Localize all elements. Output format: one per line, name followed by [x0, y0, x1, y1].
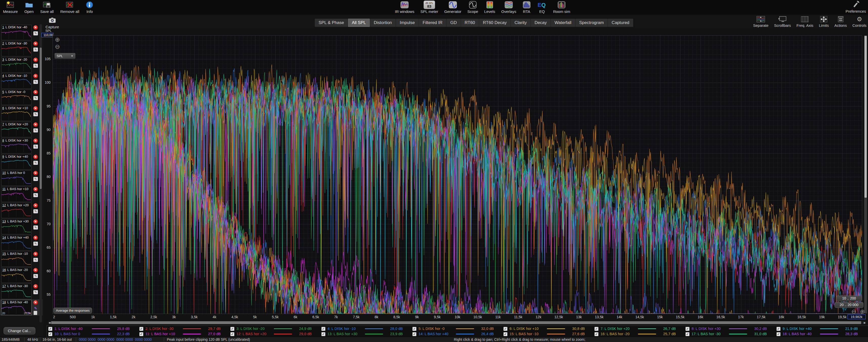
range-10-200-button[interactable]: 10 .. 200 — [836, 296, 862, 301]
separate-button[interactable]: Separate — [753, 16, 769, 28]
delete-measurement-icon[interactable]: ✕ — [33, 171, 38, 176]
horizontal-scrollbar-handle[interactable] — [51, 321, 861, 324]
measurement-item-11[interactable]: 11 L BAS hor +10✕✎ — [0, 186, 42, 202]
ir-windows-button[interactable]: IR windows — [395, 1, 414, 14]
edit-measurement-icon[interactable]: ✎ — [33, 80, 38, 84]
measurement-item-13[interactable]: 13 L BAS hor +30✕✎ — [0, 218, 42, 235]
preferences-button[interactable]: Preferences — [845, 1, 866, 13]
delete-measurement-icon[interactable]: ✕ — [33, 90, 38, 95]
average-responses-button[interactable]: Average the responses — [53, 308, 92, 313]
measurement-item-6[interactable]: 6 L DISK hor +10✕✎ — [0, 105, 42, 121]
tab-spl-phase[interactable]: SPL & Phase — [315, 19, 348, 27]
measurement-item-1[interactable]: 1 L DISK hor -40✕✎ — [0, 24, 42, 40]
tab-distortion[interactable]: Distortion — [370, 19, 396, 27]
legend-checkbox[interactable]: ✓ — [230, 327, 235, 331]
legend-checkbox[interactable]: ✓ — [321, 332, 326, 336]
measurement-item-3[interactable]: 3 L DISK hor -20✕✎ — [0, 57, 42, 73]
horizontal-scrollbar[interactable]: ◀ ▶ — [48, 321, 866, 324]
delete-measurement-icon[interactable]: ✕ — [33, 138, 38, 143]
zoom-out-x-button[interactable]: ⊖ — [851, 309, 856, 315]
measurement-item-7[interactable]: 7 L DISK hor +20✕✎ — [0, 121, 42, 137]
legend-checkbox[interactable]: ✓ — [503, 327, 507, 331]
save-all-button[interactable]: Save all — [40, 1, 54, 14]
measurement-item-16[interactable]: 16 L BAS hor -20✕✎ — [0, 267, 42, 283]
tab-gd[interactable]: GD — [446, 19, 461, 27]
legend-checkbox[interactable]: ✓ — [685, 332, 689, 336]
measurement-item-15[interactable]: 15 L BAS hor -10✕✎ — [0, 251, 42, 267]
spl-meter-button[interactable]: dB SPL 83 SPL meter — [421, 1, 438, 14]
legend-checkbox[interactable]: ✓ — [139, 332, 143, 336]
legend-checkbox[interactable]: ✓ — [776, 332, 780, 336]
edit-measurement-icon[interactable]: ✎ — [33, 274, 38, 278]
vertical-scrollbar[interactable] — [864, 35, 867, 313]
delete-measurement-icon[interactable]: ✕ — [33, 155, 38, 159]
scrollbars-button[interactable]: Scrollbars — [774, 16, 791, 28]
y-axis-quantity-dropdown[interactable]: SPL ▼ — [54, 53, 75, 59]
change-cal-button[interactable]: Change Cal... — [4, 327, 35, 334]
info-button[interactable]: Info — [86, 1, 93, 14]
tab-clarity[interactable]: Clarity — [511, 19, 531, 27]
delete-measurement-icon[interactable]: ✕ — [33, 268, 38, 273]
delete-measurement-icon[interactable]: ✕ — [33, 300, 38, 305]
legend-checkbox[interactable]: ✓ — [321, 327, 326, 331]
measurement-item-5[interactable]: 5 L DISK hor -0✕✎ — [0, 89, 42, 105]
delete-measurement-icon[interactable]: ✕ — [33, 74, 38, 79]
delete-measurement-icon[interactable]: ✕ — [33, 122, 38, 127]
room-sim-button[interactable]: Room sim — [553, 1, 570, 14]
overlays-button[interactable]: Overlays — [501, 1, 516, 14]
zoom-in-y-button[interactable]: ⊕ — [55, 37, 60, 43]
capture-button[interactable]: Capture — [45, 16, 59, 29]
edit-measurement-icon[interactable]: ✎ — [33, 161, 38, 165]
edit-measurement-icon[interactable]: ✎ — [33, 64, 38, 68]
measurement-item-12[interactable]: 12 L BAS hor +20✕✎ — [0, 202, 42, 218]
legend-checkbox[interactable]: ✓ — [412, 332, 416, 336]
generator-button[interactable]: Generator — [444, 1, 461, 14]
tab-impulse[interactable]: Impulse — [396, 19, 419, 27]
delete-measurement-icon[interactable]: ✕ — [33, 284, 38, 289]
edit-measurement-icon[interactable]: ✎ — [33, 209, 38, 213]
zoom-out-y-button[interactable]: ⊖ — [55, 44, 60, 50]
delete-measurement-icon[interactable]: ✕ — [33, 236, 38, 240]
freq-axis-button[interactable]: Freq. Axis — [797, 16, 813, 28]
limits-button[interactable]: Limits — [819, 16, 829, 28]
rta-button[interactable]: RTA — [522, 1, 531, 14]
vertical-scrollbar-handle[interactable] — [864, 36, 867, 198]
measurement-item-14[interactable]: 14 L BAS hor +40✕✎ — [0, 235, 42, 251]
edit-measurement-icon[interactable]: ✎ — [33, 31, 38, 35]
controls-button[interactable]: ⚙ Controls — [852, 16, 866, 28]
edit-measurement-icon[interactable]: ✎ — [33, 177, 38, 181]
tab-rt60-decay[interactable]: RT60 Decay — [479, 19, 511, 27]
delete-measurement-icon[interactable]: ✕ — [33, 58, 38, 62]
remove-all-button[interactable]: Remove all — [60, 1, 79, 14]
scroll-left-arrow-icon[interactable]: ◀ — [49, 321, 51, 324]
measurement-item-2[interactable]: 2 L DISK hor -30✕✎ — [0, 40, 42, 57]
delete-measurement-icon[interactable]: ✕ — [33, 219, 38, 224]
notes-icon[interactable] — [34, 311, 37, 315]
edit-measurement-icon[interactable]: ✎ — [33, 225, 38, 229]
edit-measurement-icon[interactable]: ✎ — [33, 306, 38, 310]
measure-button[interactable]: Measure — [3, 1, 18, 14]
tab-spectrogram[interactable]: Spectrogram — [576, 19, 608, 27]
legend-checkbox[interactable]: ✓ — [139, 327, 143, 331]
measurement-item-18[interactable]: 18 L BAS hor -402020,0k✕✎ — [0, 299, 42, 315]
delete-measurement-icon[interactable]: ✕ — [33, 25, 38, 30]
delete-measurement-icon[interactable]: ✕ — [33, 252, 38, 256]
measurement-item-8[interactable]: 8 L DISK hor +30✕✎ — [0, 137, 42, 154]
open-button[interactable]: Open — [24, 1, 34, 14]
edit-measurement-icon[interactable]: ✎ — [33, 145, 38, 149]
measurement-item-17[interactable]: 17 L BAS hor -30✕✎ — [0, 283, 42, 299]
actions-button[interactable]: Actions — [834, 16, 847, 28]
measurement-item-9[interactable]: 9 L DISK hor +40✕✎ — [0, 154, 42, 170]
legend-checkbox[interactable]: ✓ — [503, 332, 507, 336]
legend-checkbox[interactable]: ✓ — [230, 332, 235, 336]
edit-measurement-icon[interactable]: ✎ — [33, 193, 38, 197]
legend-checkbox[interactable]: ✓ — [48, 327, 52, 331]
legend-checkbox[interactable]: ✓ — [685, 327, 689, 331]
eq-button[interactable]: EQ EQ — [537, 1, 547, 14]
edit-measurement-icon[interactable]: ✎ — [33, 48, 38, 52]
edit-measurement-icon[interactable]: ✎ — [33, 112, 38, 116]
delete-measurement-icon[interactable]: ✕ — [33, 203, 38, 208]
delete-measurement-icon[interactable]: ✕ — [33, 41, 38, 46]
delete-measurement-icon[interactable]: ✕ — [33, 106, 38, 111]
levels-button[interactable]: Levels — [484, 1, 495, 14]
